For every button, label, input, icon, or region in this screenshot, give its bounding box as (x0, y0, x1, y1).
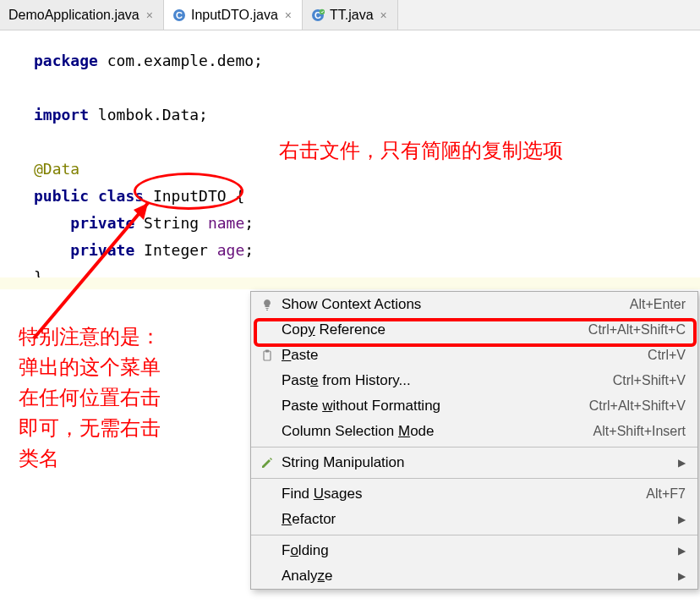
submenu-arrow-icon: ▶ (661, 457, 686, 469)
menu-separator (251, 478, 697, 479)
paste-icon (258, 349, 276, 362)
tab-tt[interactable]: C TT.java × (303, 0, 398, 30)
tab-demoapplication[interactable]: DemoApplication.java × (0, 0, 164, 30)
menu-separator (251, 447, 697, 448)
menu-shortcut: Ctrl+Shift+V (613, 373, 686, 388)
menu-item-label: Paste from History... (276, 372, 613, 389)
menu-shortcut: Alt+Enter (630, 297, 686, 312)
keyword: class (98, 187, 144, 205)
menu-item-12[interactable]: Folding▶ (251, 538, 697, 563)
menu-item-label: Paste without Formatting (276, 398, 589, 415)
submenu-arrow-icon: ▶ (661, 545, 686, 557)
class-icon: C (311, 8, 325, 22)
annotation: @Data (34, 160, 79, 178)
menu-shortcut: Ctrl+Alt+Shift+C (588, 322, 686, 338)
pencil-icon (258, 456, 276, 469)
menu-item-label: Find Usages (276, 486, 646, 502)
menu-item-label: Folding (276, 542, 661, 559)
keyword: package (34, 52, 98, 69)
menu-item-9[interactable]: Find UsagesAlt+F7 (251, 481, 697, 507)
keyword: private (70, 214, 134, 232)
menu-item-label: Copy Reference (276, 321, 588, 338)
tab-label: TT.java (330, 8, 374, 23)
menu-item-10[interactable]: Refactor▶ (251, 507, 697, 532)
annotation-text-left: 特别注意的是： 弹出的这个菜单 在任何位置右击 即可，无需右击 类名 (19, 321, 255, 474)
field-name: name (208, 214, 244, 232)
code-text: String (134, 214, 208, 232)
svg-rect-7 (264, 351, 271, 360)
keyword: public (34, 187, 89, 205)
menu-item-5[interactable]: Column Selection ModeAlt+Shift+Insert (251, 419, 697, 444)
close-icon[interactable]: × (145, 8, 155, 22)
class-icon: C (172, 8, 186, 22)
code-text: { (227, 187, 245, 205)
svg-point-4 (320, 8, 325, 14)
menu-item-13[interactable]: Analyze▶ (251, 563, 697, 589)
menu-item-2[interactable]: PasteCtrl+V (251, 343, 697, 368)
menu-item-1[interactable]: Copy ReferenceCtrl+Alt+Shift+C (251, 317, 697, 343)
tab-inputdto[interactable]: C InputDTO.java × (164, 0, 303, 30)
menu-item-label: Paste (276, 347, 648, 364)
close-icon[interactable]: × (283, 8, 293, 22)
keyword: import (34, 106, 89, 124)
menu-item-4[interactable]: Paste without FormattingCtrl+Alt+Shift+V (251, 393, 697, 419)
submenu-arrow-icon: ▶ (661, 513, 686, 525)
menu-item-3[interactable]: Paste from History...Ctrl+Shift+V (251, 368, 697, 393)
svg-text:C: C (176, 10, 183, 20)
editor-tab-bar: DemoApplication.java × C InputDTO.java ×… (0, 0, 700, 30)
editor-highlight-band (0, 277, 700, 289)
field-name: age (217, 241, 245, 259)
menu-item-label: String Manipulation (276, 454, 661, 471)
code-text: ; (244, 241, 254, 259)
code-text: lombok.Data; (89, 106, 208, 124)
menu-item-label: Column Selection Mode (276, 423, 593, 440)
menu-item-0[interactable]: Show Context ActionsAlt+Enter (251, 292, 697, 317)
menu-item-7[interactable]: String Manipulation▶ (251, 450, 697, 475)
tab-label: InputDTO.java (191, 8, 278, 23)
menu-separator (251, 535, 697, 535)
close-icon[interactable]: × (379, 8, 389, 22)
tab-label: DemoApplication.java (8, 8, 139, 23)
keyword: private (70, 241, 134, 259)
class-name: InputDTO (153, 187, 227, 205)
submenu-arrow-icon: ▶ (661, 570, 686, 582)
code-text: Integer (134, 241, 217, 259)
svg-rect-8 (265, 350, 269, 353)
context-menu: Show Context ActionsAlt+EnterCopy Refere… (250, 291, 698, 590)
menu-shortcut: Alt+F7 (646, 486, 686, 502)
annotation-text-top: 右击文件，只有简陋的复制选项 (279, 135, 693, 166)
menu-item-label: Refactor (276, 511, 661, 528)
menu-item-label: Show Context Actions (276, 296, 630, 313)
menu-shortcut: Alt+Shift+Insert (593, 424, 686, 439)
menu-shortcut: Ctrl+Alt+Shift+V (589, 398, 686, 414)
menu-item-label: Analyze (276, 568, 661, 585)
code-text: com.example.demo; (98, 52, 263, 69)
bulb-icon (258, 298, 276, 311)
code-text: ; (244, 214, 254, 232)
menu-shortcut: Ctrl+V (648, 348, 686, 363)
